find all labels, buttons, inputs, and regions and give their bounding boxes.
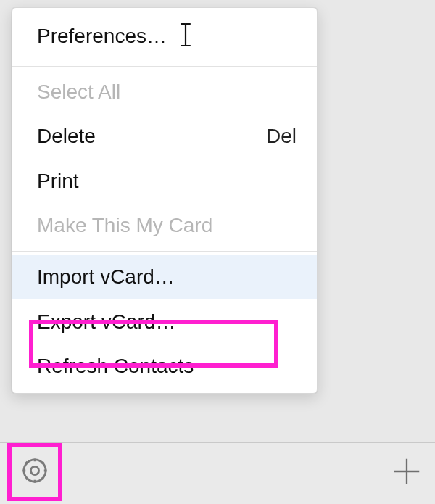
svg-point-0 — [30, 466, 38, 474]
menu-item-import-vcard[interactable]: Import vCard… — [12, 255, 317, 299]
menu-item-print[interactable]: Print — [12, 159, 317, 204]
menu-item-label: Delete — [37, 124, 96, 149]
menu-item-delete[interactable]: Delete Del — [12, 114, 317, 159]
settings-menu: Preferences… Select All Delete Del Print… — [12, 7, 318, 394]
gear-icon — [20, 455, 50, 489]
settings-button[interactable] — [15, 453, 54, 492]
menu-item-label: Select All — [37, 80, 120, 104]
bottom-toolbar — [0, 442, 435, 504]
menu-item-preferences[interactable]: Preferences… — [12, 12, 317, 63]
menu-item-make-my-card: Make This My Card — [12, 203, 317, 248]
menu-item-export-vcard[interactable]: Export vCard… — [12, 299, 317, 344]
add-button[interactable] — [387, 453, 426, 492]
menu-item-label: Import vCard… — [37, 265, 175, 289]
text-cursor-icon — [178, 22, 193, 53]
svg-point-1 — [24, 460, 46, 482]
menu-item-label: Make This My Card — [37, 213, 212, 238]
menu-item-label: Export vCard… — [37, 310, 175, 334]
menu-item-shortcut: Del — [252, 124, 297, 149]
annotation-highlight-gear — [7, 443, 62, 501]
menu-item-select-all: Select All — [12, 70, 317, 115]
menu-item-label: Preferences… — [37, 25, 167, 47]
menu-separator — [12, 66, 317, 67]
plus-icon — [390, 455, 423, 491]
menu-item-label: Refresh Contacts — [37, 354, 194, 379]
menu-separator — [12, 251, 317, 252]
menu-item-label: Print — [37, 169, 79, 194]
menu-item-refresh-contacts[interactable]: Refresh Contacts — [12, 344, 317, 389]
app-window: Preferences… Select All Delete Del Print… — [0, 0, 435, 504]
